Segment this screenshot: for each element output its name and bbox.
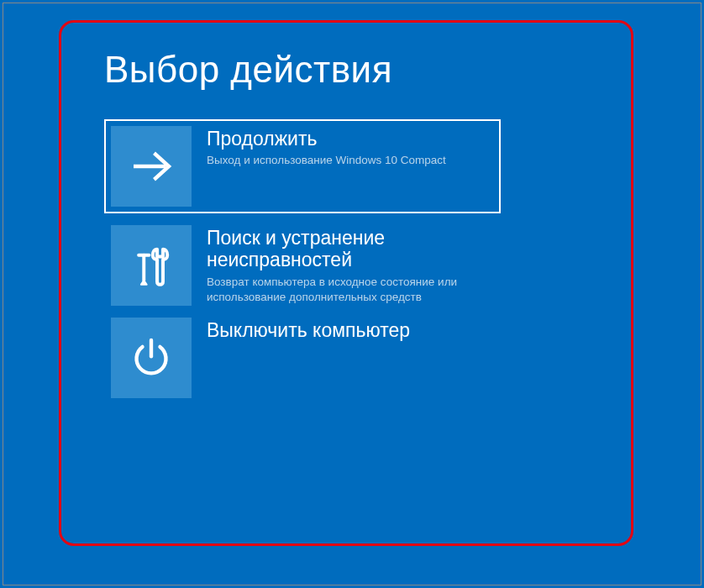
option-desc: Возврат компьютера в исходное состояние … — [207, 275, 497, 305]
tools-icon — [111, 225, 192, 306]
option-title: Выключить компьютер — [207, 319, 497, 341]
option-desc: Выход и использование Windows 10 Compact — [207, 153, 494, 168]
page-title: Выбор действия — [104, 49, 591, 91]
option-title: Продолжить — [207, 128, 494, 150]
options-list: Продолжить Выход и использование Windows… — [104, 119, 591, 398]
option-shutdown[interactable]: Выключить компьютер — [111, 318, 497, 398]
option-text: Продолжить Выход и использование Windows… — [192, 126, 494, 169]
arrow-right-icon — [111, 126, 192, 207]
option-text: Выключить компьютер — [192, 318, 497, 344]
option-troubleshoot[interactable]: Поиск и устранение неисправностей Возвра… — [111, 225, 497, 306]
option-continue[interactable]: Продолжить Выход и использование Windows… — [104, 119, 501, 213]
option-title: Поиск и устранение неисправностей — [207, 227, 497, 271]
option-text: Поиск и устранение неисправностей Возвра… — [192, 225, 497, 305]
power-icon — [111, 318, 192, 398]
boot-menu: Выбор действия Продолжить Выход и исполь… — [104, 49, 591, 398]
